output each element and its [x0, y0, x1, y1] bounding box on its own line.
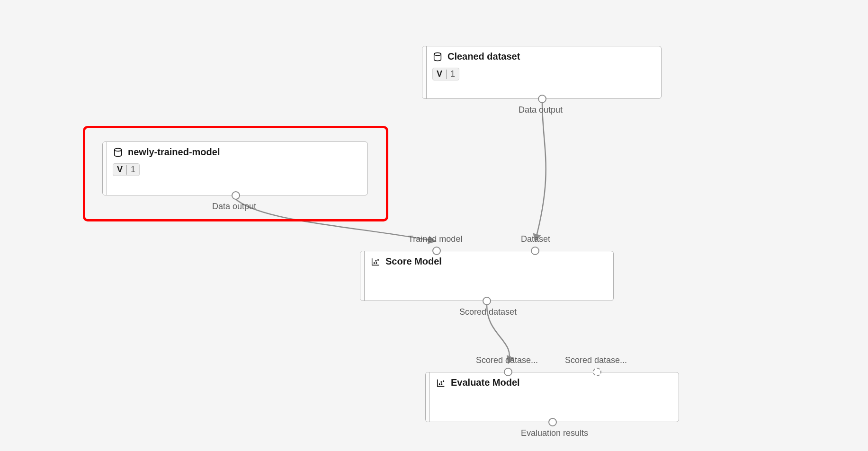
- node-newly-trained-model[interactable]: newly-trained-model V 1: [102, 141, 368, 195]
- node-grip[interactable]: [103, 142, 107, 195]
- node-score-model[interactable]: Score Model: [360, 251, 614, 301]
- node-title: Score Model: [385, 256, 442, 267]
- port-score-output[interactable]: [483, 297, 491, 305]
- port-label-score-output: Scored dataset: [459, 307, 517, 317]
- port-label-score-trained-model: Trained model: [408, 234, 462, 244]
- port-label-evaluate-output: Evaluation results: [521, 428, 588, 438]
- version-number: 1: [447, 68, 459, 80]
- svg-point-6: [439, 383, 440, 384]
- port-score-dataset[interactable]: [531, 247, 539, 255]
- port-cleaned-output[interactable]: [538, 95, 546, 103]
- database-icon: [113, 147, 123, 158]
- port-evaluate-output[interactable]: [548, 418, 557, 426]
- port-evaluate-left[interactable]: [504, 368, 512, 376]
- node-grip[interactable]: [422, 46, 427, 98]
- port-label-evaluate-right: Scored datase...: [565, 355, 627, 365]
- svg-point-5: [377, 259, 378, 260]
- port-score-trained-model[interactable]: [432, 247, 441, 255]
- version-badge[interactable]: V 1: [113, 163, 140, 176]
- node-evaluate-model[interactable]: Evaluate Model: [425, 372, 679, 422]
- version-letter: V: [113, 164, 126, 176]
- node-cleaned-dataset[interactable]: Cleaned dataset V 1: [422, 46, 662, 99]
- version-letter: V: [433, 68, 446, 80]
- node-title: Evaluate Model: [451, 377, 520, 388]
- version-badge[interactable]: V 1: [432, 68, 459, 80]
- scatter-icon: [370, 256, 381, 267]
- svg-point-3: [376, 260, 376, 261]
- port-label-score-dataset: Dataset: [521, 234, 550, 244]
- port-evaluate-right[interactable]: [593, 368, 601, 376]
- database-icon: [432, 52, 443, 62]
- svg-point-2: [374, 262, 375, 263]
- pipeline-canvas[interactable]: Cleaned dataset V 1 Data output newly-tr…: [0, 0, 868, 451]
- scatter-icon: [436, 378, 446, 388]
- svg-point-1: [115, 148, 122, 151]
- svg-point-9: [443, 380, 444, 381]
- svg-point-8: [441, 383, 442, 384]
- port-label-cleaned-output: Data output: [519, 105, 563, 115]
- port-label-evaluate-left: Scored datase...: [476, 355, 538, 365]
- node-title: Cleaned dataset: [447, 51, 520, 62]
- node-title: newly-trained-model: [128, 147, 220, 158]
- svg-point-0: [434, 53, 441, 55]
- port-model-output[interactable]: [232, 191, 240, 200]
- svg-point-4: [376, 262, 377, 263]
- port-label-model-output: Data output: [212, 202, 256, 212]
- node-grip[interactable]: [360, 251, 365, 301]
- svg-point-7: [441, 381, 442, 382]
- version-number: 1: [127, 164, 139, 176]
- node-grip[interactable]: [426, 372, 430, 422]
